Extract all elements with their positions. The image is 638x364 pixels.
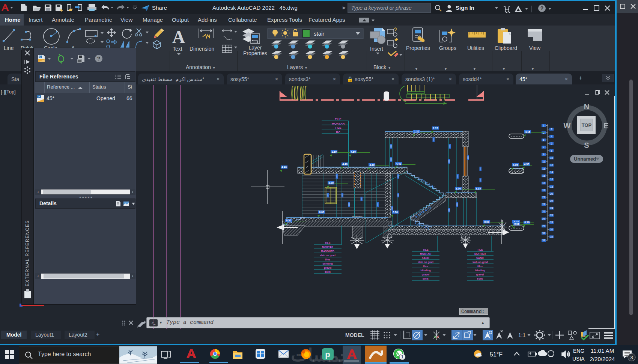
svg-text:29: 29 bbox=[542, 225, 545, 227]
svg-text:soils: soils bbox=[325, 271, 331, 273]
svg-text:23: 23 bbox=[542, 203, 545, 206]
svg-text:E: E bbox=[603, 122, 608, 130]
svg-text:slab on grad: slab on grad bbox=[320, 254, 336, 257]
svg-text:Unnamed: Unnamed bbox=[574, 156, 596, 162]
svg-text:24: 24 bbox=[550, 207, 553, 209]
svg-text:6: 6 bbox=[551, 142, 552, 145]
svg-text:2.15: 2.15 bbox=[433, 127, 438, 129]
svg-text:2/20/2024: 2/20/2024 bbox=[590, 356, 615, 362]
svg-text:30: 30 bbox=[550, 228, 553, 231]
svg-text:TILE: TILE bbox=[325, 242, 330, 244]
svg-text:[-][Top]: [-][Top] bbox=[1, 89, 16, 95]
svg-text:blinding: blinding bbox=[322, 262, 333, 265]
svg-text:4.05: 4.05 bbox=[513, 164, 518, 166]
svg-text:1: 1 bbox=[543, 124, 545, 127]
svg-text:7: 7 bbox=[543, 146, 545, 148]
svg-text:28: 28 bbox=[550, 221, 553, 224]
svg-text:0.00: 0.00 bbox=[393, 211, 398, 214]
svg-text:gravel: gravel bbox=[476, 273, 484, 276]
svg-text:?: ? bbox=[97, 56, 101, 62]
svg-text:1.35: 1.35 bbox=[414, 130, 419, 133]
svg-text:9: 9 bbox=[543, 153, 545, 156]
svg-text:16: 16 bbox=[550, 178, 553, 180]
svg-text:MORTAR: MORTAR bbox=[474, 253, 486, 255]
svg-text:1.50: 1.50 bbox=[331, 150, 337, 153]
svg-text:MORTAR: MORTAR bbox=[322, 246, 333, 248]
svg-text:TILE: TILE bbox=[335, 126, 342, 129]
svg-text:31: 31 bbox=[542, 232, 545, 235]
svg-text:3.00: 3.00 bbox=[456, 187, 461, 190]
svg-text:32: 32 bbox=[550, 235, 553, 238]
svg-text:p: p bbox=[325, 350, 330, 359]
svg-text:slab on grad: slab on grad bbox=[418, 261, 433, 264]
svg-text:blinding: blinding bbox=[475, 269, 485, 272]
svg-text:12: 12 bbox=[550, 164, 553, 166]
svg-text:0.05: 0.05 bbox=[514, 223, 519, 225]
svg-text:4.15: 4.15 bbox=[525, 131, 530, 133]
svg-text:0.00: 0.00 bbox=[319, 211, 324, 214]
svg-text:4.50: 4.50 bbox=[351, 150, 356, 153]
svg-text:26: 26 bbox=[550, 214, 553, 217]
svg-text:TILE: TILE bbox=[335, 117, 342, 121]
svg-text:20: 20 bbox=[550, 193, 553, 195]
svg-text:11:01 AM: 11:01 AM bbox=[591, 347, 614, 354]
svg-text:17: 17 bbox=[542, 182, 545, 184]
svg-text:?: ? bbox=[540, 5, 544, 11]
svg-text:18: 18 bbox=[550, 185, 553, 188]
svg-text:stair: stair bbox=[314, 30, 324, 37]
svg-text:0.50: 0.50 bbox=[286, 219, 291, 222]
svg-text:blinding: blinding bbox=[420, 269, 430, 272]
svg-text:14: 14 bbox=[550, 171, 553, 173]
svg-text:tiles: tiles bbox=[325, 258, 330, 261]
svg-text:W: W bbox=[564, 122, 571, 130]
svg-text:5: 5 bbox=[543, 138, 545, 141]
svg-text:4: 4 bbox=[551, 135, 552, 138]
svg-text:slab on grad: slab on grad bbox=[472, 261, 488, 264]
svg-text:25: 25 bbox=[542, 210, 545, 213]
svg-text:TILE: TILE bbox=[423, 248, 428, 251]
svg-text:ENG: ENG bbox=[573, 348, 584, 354]
svg-text:MORTAR: MORTAR bbox=[420, 253, 431, 255]
svg-text:13: 13 bbox=[542, 167, 545, 170]
svg-text:51°F: 51°F bbox=[490, 351, 503, 358]
svg-text:22: 22 bbox=[550, 200, 553, 202]
svg-text:tiles: tiles bbox=[477, 265, 483, 268]
svg-text:19: 19 bbox=[542, 189, 545, 191]
svg-text:soils: soils bbox=[477, 277, 483, 280]
svg-text:MASONED: MASONED bbox=[321, 250, 334, 253]
svg-text:S: S bbox=[584, 141, 589, 149]
svg-text:10: 10 bbox=[550, 156, 553, 159]
svg-text:11: 11 bbox=[542, 160, 545, 163]
svg-text:USIA: USIA bbox=[572, 356, 585, 362]
svg-text:3: 3 bbox=[630, 355, 633, 360]
svg-text:TOP: TOP bbox=[582, 122, 592, 128]
svg-text:3.15: 3.15 bbox=[475, 187, 481, 190]
svg-text:MORTAR: MORTAR bbox=[332, 122, 345, 125]
svg-text:4.35: 4.35 bbox=[524, 163, 529, 165]
svg-text:SAND: SAND bbox=[476, 257, 484, 259]
svg-text:A: A bbox=[172, 27, 185, 47]
svg-text:soils: soils bbox=[423, 277, 429, 280]
svg-text:0.00: 0.00 bbox=[484, 221, 489, 223]
svg-text:4.40: 4.40 bbox=[369, 164, 375, 166]
svg-text:gravel: gravel bbox=[422, 273, 430, 276]
svg-text:2: 2 bbox=[551, 128, 552, 131]
svg-text:1:1: 1:1 bbox=[518, 332, 526, 338]
svg-text:SAND: SAND bbox=[422, 257, 429, 259]
svg-text:0.16*0.5*11: 0.16*0.5*11 bbox=[418, 177, 436, 189]
svg-text:8: 8 bbox=[551, 149, 552, 152]
svg-text:4.40: 4.40 bbox=[342, 163, 348, 165]
svg-text:4.40: 4.40 bbox=[396, 162, 401, 165]
svg-text:21: 21 bbox=[542, 196, 545, 199]
svg-text:27: 27 bbox=[542, 218, 545, 220]
svg-text:3.00: 3.00 bbox=[328, 182, 334, 184]
svg-text:33: 33 bbox=[542, 239, 545, 242]
svg-text:1: 1 bbox=[401, 354, 404, 359]
svg-text:gravel: gravel bbox=[324, 266, 332, 269]
svg-text:RC: RC bbox=[336, 131, 340, 134]
svg-text:0.10: 0.10 bbox=[524, 221, 530, 224]
svg-text:4.40: 4.40 bbox=[281, 166, 287, 168]
svg-text:tiles: tiles bbox=[423, 265, 428, 268]
svg-text:15: 15 bbox=[542, 174, 545, 177]
svg-text:TILE: TILE bbox=[477, 248, 483, 251]
